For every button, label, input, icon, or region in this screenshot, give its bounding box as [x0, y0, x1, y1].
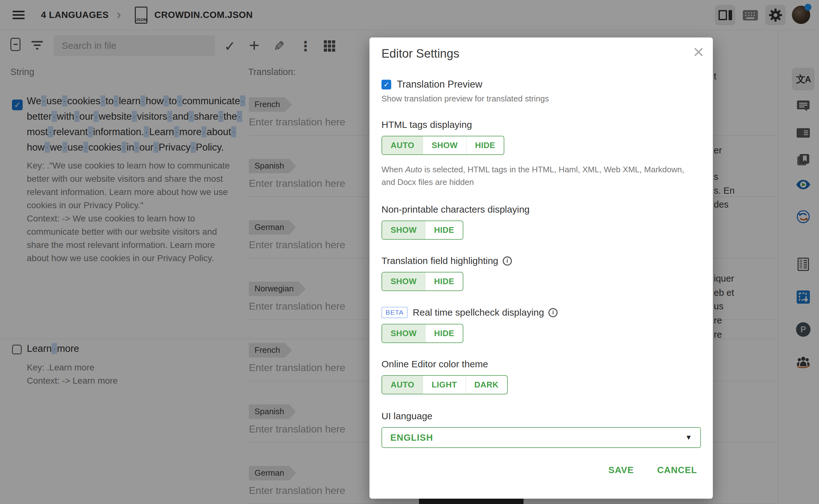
segmented-control: AUTOLIGHTDARK: [381, 375, 508, 394]
info-icon[interactable]: i: [503, 256, 512, 266]
translation-preview-row: ✓ Translation Preview: [381, 79, 701, 90]
option-hide[interactable]: HIDE: [466, 136, 504, 154]
settings-section: Translation field highlightingiSHOWHIDE: [381, 255, 701, 291]
close-icon[interactable]: ×: [693, 43, 704, 61]
option-show[interactable]: SHOW: [382, 221, 425, 239]
segmented-control: SHOWHIDE: [381, 221, 463, 240]
setting-help-text: When Auto is selected, HTML tags in the …: [381, 163, 694, 188]
settings-section: Non-printable characters displayingSHOWH…: [381, 204, 701, 240]
option-dark[interactable]: DARK: [466, 376, 507, 394]
option-auto[interactable]: AUTO: [382, 376, 423, 394]
option-show[interactable]: SHOW: [423, 136, 466, 154]
setting-title: Online Editor color theme: [381, 359, 488, 369]
option-light[interactable]: LIGHT: [423, 376, 466, 394]
beta-badge: BETA: [381, 307, 408, 318]
segmented-control: AUTOSHOWHIDE: [381, 136, 504, 155]
modal-actions: SAVE CANCEL: [381, 465, 701, 475]
info-icon[interactable]: i: [548, 308, 558, 317]
chevron-down-icon: ▼: [685, 433, 692, 442]
option-show[interactable]: SHOW: [382, 272, 425, 290]
editor-settings-modal: Editor Settings × ✓ Translation Preview …: [369, 37, 713, 499]
ui-language-value: ENGLISH: [390, 432, 433, 443]
option-hide[interactable]: HIDE: [425, 221, 463, 239]
ui-language-label: UI language: [381, 411, 701, 421]
option-hide[interactable]: HIDE: [425, 324, 463, 342]
translation-preview-checkbox[interactable]: ✓: [381, 80, 391, 89]
setting-title: Non-printable characters displaying: [381, 204, 530, 215]
settings-section: HTML tags displayingAUTOSHOWHIDEWhen Aut…: [381, 119, 701, 188]
translation-preview-label: Translation Preview: [397, 79, 482, 90]
setting-title: Translation field highlighting: [381, 255, 498, 266]
ui-language-select[interactable]: ENGLISH ▼: [381, 427, 701, 448]
settings-section: Online Editor color themeAUTOLIGHTDARK: [381, 359, 701, 394]
setting-title: HTML tags displaying: [381, 119, 472, 130]
option-show[interactable]: SHOW: [382, 324, 425, 342]
segmented-control: SHOWHIDE: [381, 324, 463, 343]
option-hide[interactable]: HIDE: [425, 272, 463, 290]
option-auto[interactable]: AUTO: [382, 136, 423, 154]
segmented-control: SHOWHIDE: [381, 272, 463, 291]
save-button[interactable]: SAVE: [608, 465, 634, 475]
modal-title: Editor Settings: [381, 37, 701, 60]
settings-section: BETAReal time spellcheck displayingiSHOW…: [381, 307, 701, 343]
translation-preview-description: Show translation preview for translated …: [381, 94, 701, 104]
setting-title: Real time spellcheck displaying: [413, 307, 544, 318]
cancel-button[interactable]: CANCEL: [657, 465, 697, 475]
